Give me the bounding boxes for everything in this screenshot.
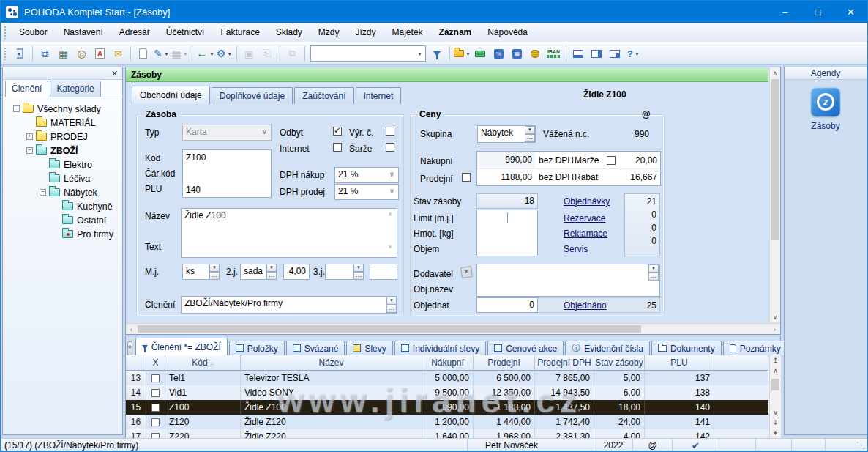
documents-folder-button[interactable]: ▼: [454, 45, 471, 62]
column-header-kod[interactable]: Kód▵: [165, 355, 241, 371]
maximize-button[interactable]: □: [801, 1, 834, 23]
scroll-down-icon[interactable]: ∨: [770, 407, 781, 418]
dropdown-arrow-icon[interactable]: ▼: [635, 51, 640, 56]
tree-item-leciva[interactable]: Léčiva: [3, 171, 122, 185]
marze-checkbox[interactable]: [607, 156, 616, 165]
close-icon[interactable]: ✕: [109, 68, 120, 78]
table-row[interactable]: 13 Tel1 Televizor TESLA 5 000,00 6 500,0…: [126, 371, 768, 385]
panel-corner-button[interactable]: [607, 45, 624, 62]
tab-cleneni[interactable]: Členění: [5, 81, 48, 97]
chevron-down-icon[interactable]: ▼: [414, 46, 425, 61]
scroll-up-icon[interactable]: ∧: [770, 366, 781, 376]
close-button[interactable]: ✕: [834, 1, 867, 23]
menu-mzdy[interactable]: Mzdy: [310, 24, 348, 40]
column-header-prodejni[interactable]: Prodejní: [474, 355, 535, 371]
tree-item-material[interactable]: MATERIÁL: [3, 116, 122, 130]
servis-link[interactable]: Servis: [564, 244, 588, 254]
scroll-up-icon[interactable]: ∧: [388, 211, 392, 218]
limit-hmot-objem-box[interactable]: [476, 210, 538, 256]
j3-combo-buttons[interactable]: [353, 264, 364, 280]
column-header-plu[interactable]: PLU: [645, 355, 714, 371]
search-combobox[interactable]: ▼: [310, 45, 426, 62]
j2-combo-buttons[interactable]: [266, 264, 277, 280]
plu-field[interactable]: 140: [183, 182, 271, 198]
dodavatel-combo-buttons[interactable]: [648, 264, 659, 281]
edit-record-button[interactable]: ✎▼: [153, 45, 170, 62]
column-header-prodejni-dph[interactable]: Prodejní DPH: [535, 355, 594, 371]
row-checkbox[interactable]: [151, 404, 160, 412]
minimize-button[interactable]: –: [768, 1, 801, 23]
j3-coef-field[interactable]: [370, 264, 397, 280]
tab-doplnkove-udaje[interactable]: Doplňkové údaje: [212, 87, 293, 104]
tree-item-nabytek[interactable]: Nábytek: [3, 185, 122, 199]
context-help-button[interactable]: ?▼: [625, 45, 642, 62]
tab-internet[interactable]: Internet: [356, 87, 402, 104]
scroll-jump-icon[interactable]: ∗: [770, 428, 781, 438]
tree-item-pro-firmy[interactable]: Pro firmy: [3, 227, 122, 241]
nakupni-value[interactable]: 990,00: [477, 152, 535, 168]
tree-item-prodej[interactable]: PRODEJ: [3, 130, 122, 144]
column-header-nakupni[interactable]: Nákupní: [422, 355, 474, 371]
scroll-first-icon[interactable]: ↥: [770, 355, 781, 366]
nazev-textarea[interactable]: Židle Z100: [181, 208, 397, 258]
send-mail-button[interactable]: ✉: [110, 45, 127, 62]
objednavky-link[interactable]: Objednávky: [564, 196, 610, 207]
table-row[interactable]: 17 Z220 Židle Z220 1 640,00 1 968,00 2 3…: [126, 429, 768, 438]
filter-button[interactable]: [429, 45, 446, 62]
menu-napoveda[interactable]: Nápověda: [479, 24, 536, 40]
j2-field[interactable]: sada: [240, 264, 266, 280]
dropdown-arrow-icon[interactable]: ▼: [227, 51, 232, 56]
tab-individualni-slevy[interactable]: Individuální slevy: [394, 341, 486, 355]
expand-icon[interactable]: [26, 133, 33, 140]
tab-kategorie[interactable]: Kategorie: [50, 81, 100, 97]
row-checkbox[interactable]: [151, 389, 160, 397]
reklamace-link[interactable]: Reklamace: [564, 229, 607, 239]
menu-majetek[interactable]: Majetek: [384, 24, 431, 40]
tab-cleneni-filter[interactable]: Členění *= ZBOŽÍ: [135, 338, 228, 355]
typ-combobox[interactable]: Karta: [182, 125, 272, 141]
panel-bottom-button[interactable]: [570, 45, 587, 62]
internet-checkbox[interactable]: [333, 143, 342, 152]
tree-item-zbozi[interactable]: ZBOŽÍ: [3, 144, 122, 158]
table-row[interactable]: 16 Z120 Židle Z120 1 200,00 1 440,00 1 7…: [126, 415, 768, 429]
eraser-icon[interactable]: ✕: [460, 266, 473, 278]
coins-button[interactable]: [527, 45, 544, 62]
column-header-nazev[interactable]: Název: [241, 355, 422, 371]
menu-nastaveni[interactable]: Nastavení: [56, 24, 111, 40]
print-button[interactable]: ▦: [55, 45, 72, 62]
scroll-left-icon[interactable]: ‹: [126, 324, 137, 335]
odbyt-checkbox[interactable]: [333, 127, 342, 136]
j3-field[interactable]: [325, 264, 353, 280]
scroll-down-icon[interactable]: ∨: [770, 311, 780, 322]
table-vertical-scrollbar[interactable]: ↥ ∧ ∨ ↧ ∗: [769, 355, 781, 438]
cleneni-combobox[interactable]: ZBOŽÍ/Nábytek/Pro firmy: [181, 296, 397, 314]
dph-prodej-combobox[interactable]: 21 %: [334, 184, 399, 200]
scrollbar-thumb[interactable]: [771, 379, 779, 390]
menu-zaznam[interactable]: Záznam: [431, 24, 480, 40]
dropdown-arrow-icon[interactable]: ▼: [465, 51, 471, 56]
sarze-checkbox[interactable]: [386, 143, 394, 152]
collapse-icon[interactable]: [13, 105, 20, 112]
tree-item-ostatni[interactable]: Ostatní: [3, 213, 122, 227]
zasoby-agenda-icon[interactable]: [811, 87, 840, 116]
print-preview-button[interactable]: ◎: [73, 45, 90, 62]
menu-jizdy[interactable]: Jízdy: [348, 24, 384, 40]
iban-button[interactable]: IBAN: [545, 45, 562, 62]
mj-combo-buttons[interactable]: [209, 264, 220, 280]
settings-button[interactable]: ⚙▼: [216, 45, 233, 62]
scroll-down-icon[interactable]: ∨: [388, 243, 392, 250]
scrollbar-thumb[interactable]: [138, 325, 641, 333]
scroll-last-icon[interactable]: ↧: [770, 418, 781, 428]
filter-star-button[interactable]: *: [127, 341, 132, 355]
agenda-zasoby-item[interactable]: Zásoby: [785, 87, 867, 131]
column-header-x[interactable]: X: [146, 355, 165, 371]
menu-soubor[interactable]: Soubor: [11, 24, 56, 40]
cleneni-combo-buttons[interactable]: [386, 297, 397, 313]
dropdown-arrow-icon[interactable]: ▼: [164, 51, 169, 56]
rabat-value[interactable]: 16,667: [616, 172, 660, 182]
tab-obchodni-udaje[interactable]: Obchodní údaje: [132, 86, 210, 104]
collapse-icon[interactable]: [26, 147, 33, 154]
tab-slevy[interactable]: Slevy: [346, 341, 392, 355]
carkod-field[interactable]: [183, 166, 271, 182]
scrollbar-thumb[interactable]: [771, 79, 779, 240]
